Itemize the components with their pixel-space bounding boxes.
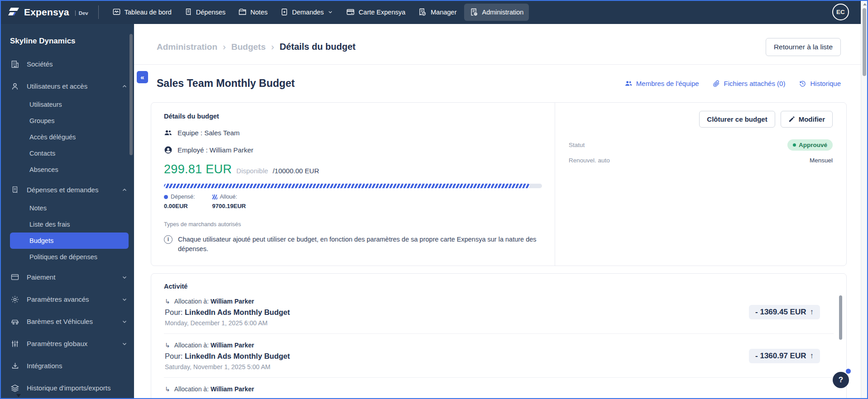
chevron-up-icon xyxy=(121,83,128,90)
nav-tab-expenses[interactable]: Dépenses xyxy=(179,4,231,20)
scrollbar-up-arrow[interactable] xyxy=(863,3,867,5)
nav-divider xyxy=(98,5,99,19)
sidebar-sub-groupes[interactable]: Groupes xyxy=(10,113,129,129)
activity-amount-badge: - 1360.97 EUR ↑ xyxy=(749,349,820,363)
sidebar-sub-budgets[interactable]: Budgets xyxy=(10,233,129,249)
team-value: Equipe : Sales Team xyxy=(177,129,240,137)
legend-spent: Dépensé: 0.00EUR xyxy=(164,194,195,209)
activity-row: ↳ Allocation à: William Parker Pour: Lin… xyxy=(164,334,834,378)
status-label: Statut xyxy=(569,142,585,148)
target-budget-name: LinkedIn Ads Monthly Budget xyxy=(185,308,290,316)
nav-tab-label: Dépenses xyxy=(196,9,225,16)
budget-progress-fill xyxy=(164,184,530,188)
card-actions: Clôturer ce budget Modifier xyxy=(569,111,833,128)
folder-icon xyxy=(238,8,247,16)
allocated-label: Alloué: xyxy=(220,194,237,200)
sidebar-collapse-button[interactable]: « xyxy=(137,71,148,83)
breadcrumb-administration[interactable]: Administration xyxy=(157,42,217,52)
expensya-logo-icon xyxy=(8,7,20,18)
sidebar-sub-utilisateurs[interactable]: Utilisateurs xyxy=(10,96,129,113)
sidebar-sub-label: Groupes xyxy=(29,117,55,124)
user-avatar[interactable]: EC xyxy=(832,4,849,20)
window-scrollbar-thumb[interactable] xyxy=(863,8,866,76)
sidebar-sub-absences[interactable]: Absences xyxy=(10,162,129,178)
sidebar-item-societes[interactable]: Sociétés xyxy=(0,54,134,74)
nav-tab-notes[interactable]: Notes xyxy=(233,4,273,20)
nav-tab-administration[interactable]: Administration xyxy=(464,4,529,21)
person-circle-icon xyxy=(164,146,173,154)
link-label: Fichiers attachés (0) xyxy=(724,80,786,87)
sidebar-sub-politiques[interactable]: Politiques de dépenses xyxy=(10,249,129,265)
progress-legend: Dépensé: 0.00EUR Alloué: 9700.19EUR xyxy=(164,194,542,209)
chevron-down-icon xyxy=(121,296,128,303)
allocated-hatch-icon xyxy=(212,195,217,200)
layers-icon xyxy=(10,384,20,393)
sidebar-sub-acces-delegues[interactable]: Accès délégués xyxy=(10,129,129,145)
nav-tab-card[interactable]: Carte Expensya xyxy=(340,4,411,20)
status-dot-icon xyxy=(793,143,796,147)
help-button[interactable]: ? xyxy=(833,372,849,388)
sidebar-sub-notes[interactable]: Notes xyxy=(10,200,129,216)
expensya-logo[interactable]: Expensya Dev xyxy=(8,7,88,18)
window-scrollbar[interactable] xyxy=(861,1,867,398)
history-link[interactable]: Historique xyxy=(799,80,841,87)
gear-icon xyxy=(10,295,20,304)
sidebar-item-parametres-globaux[interactable]: Paramètres globaux xyxy=(0,333,134,354)
chevron-down-icon xyxy=(121,341,128,347)
sidebar-sub-label: Liste des frais xyxy=(29,221,70,228)
allocation-label: Allocation à: xyxy=(174,385,209,393)
pencil-icon xyxy=(788,116,795,123)
edit-button-label: Modifier xyxy=(799,115,825,123)
sidebar-sub-label: Notes xyxy=(29,204,47,212)
sidebar-scroll-down-arrow[interactable] xyxy=(16,394,21,397)
sidebar-sub-label: Budgets xyxy=(29,237,53,244)
nav-tab-dashboard[interactable]: Tableau de bord xyxy=(107,4,177,20)
activity-row-left: ↳ Allocation à: William Parker xyxy=(165,385,820,393)
activity-row: ↳ Allocation à: William Parker xyxy=(164,378,834,399)
sidebar-item-depenses-demandes[interactable]: Dépenses et demandes xyxy=(0,180,134,200)
sidebar-item-label: Intégrations xyxy=(27,362,128,370)
sidebar-item-integrations[interactable]: Intégrations xyxy=(0,356,134,376)
sidebar-item-utilisateurs-acces[interactable]: Utilisateurs et accès xyxy=(0,76,134,96)
available-amount: 299.81 EUR xyxy=(164,162,232,176)
allocation-arrow-icon: ↳ xyxy=(165,385,170,393)
target-label: Pour: xyxy=(165,352,182,360)
close-budget-button[interactable]: Clôturer ce budget xyxy=(699,111,775,128)
activity-scrollbar[interactable] xyxy=(839,295,842,340)
allocation-label: Allocation à: xyxy=(174,342,209,349)
chevron-down-icon xyxy=(327,9,333,15)
amount-row: 299.81 EUR Disponible /10000.00 EUR xyxy=(164,162,542,176)
renewal-label: Renouvel. auto xyxy=(569,157,610,164)
sidebar-item-parametres-avances[interactable]: Paramètres avancés xyxy=(0,289,134,309)
allocation-name: William Parker xyxy=(211,385,254,393)
activity-row-left: ↳ Allocation à: William Parker Pour: Lin… xyxy=(165,342,749,370)
nav-tab-requests[interactable]: Demandes xyxy=(275,4,339,20)
attached-files-link[interactable]: Fichiers attachés (0) xyxy=(713,80,786,87)
breadcrumb-budgets[interactable]: Budgets xyxy=(231,42,266,52)
back-to-list-button[interactable]: Retourner à la liste xyxy=(766,38,841,56)
title-links: Membres de l'équipe Fichiers attachés (0… xyxy=(625,80,841,87)
sidebar-sub-contacts[interactable]: Contacts xyxy=(10,145,129,162)
sidebar-item-baremes-vehicules[interactable]: Barèmes et Véhicules xyxy=(0,311,134,332)
nav-items: Tableau de bord Dépenses Notes Demandes … xyxy=(107,4,529,21)
sidebar-sub-liste-des-frais[interactable]: Liste des frais xyxy=(10,216,129,233)
activity-title: Activité xyxy=(164,283,834,290)
nav-tab-label: Carte Expensya xyxy=(359,9,405,16)
credit-card-icon xyxy=(346,8,355,16)
receipt-icon xyxy=(184,8,192,16)
sidebar-item-paiement[interactable]: Paiement xyxy=(0,267,134,287)
building-icon xyxy=(10,60,20,69)
sidebar-scrollbar[interactable] xyxy=(129,34,133,155)
budget-details-card: Détails du budget Equipe : Sales Team Em… xyxy=(151,102,847,266)
team-members-link[interactable]: Membres de l'équipe xyxy=(625,80,699,87)
sidebar-item-label: Paiement xyxy=(27,273,121,281)
document-plus-icon xyxy=(280,8,288,16)
env-badge: Dev xyxy=(75,10,88,16)
logo-text: Expensya xyxy=(24,7,69,18)
edit-budget-button[interactable]: Modifier xyxy=(781,111,833,128)
sidebar-sub-label: Contacts xyxy=(29,150,55,157)
sidebar-item-label: Sociétés xyxy=(27,60,128,68)
nav-tab-label: Tableau de bord xyxy=(125,9,172,16)
nav-tab-manager[interactable]: Manager xyxy=(412,4,462,21)
activity-date: Saturday, November 1, 2025 5:00 AM xyxy=(165,363,749,370)
